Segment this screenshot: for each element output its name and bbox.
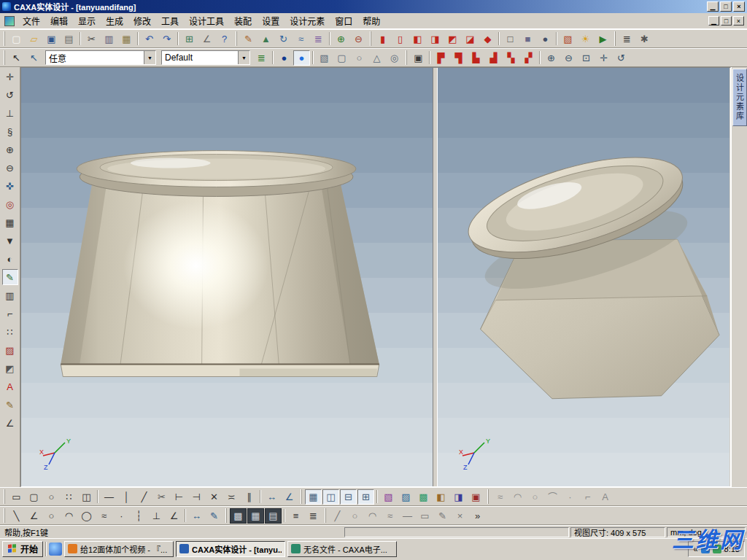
dim-linear-icon[interactable]: ↔: [263, 489, 280, 505]
angle-tool-icon[interactable]: ∠: [2, 415, 18, 431]
pan-tool-icon[interactable]: ✜: [2, 178, 18, 194]
taskbar-task[interactable]: 无名文件 - CAXA电子...: [287, 541, 397, 557]
viewport-close-icon[interactable]: ▣: [468, 489, 484, 505]
delete-red-icon[interactable]: ▨: [2, 342, 18, 358]
model-left-view[interactable]: [21, 68, 433, 486]
material-blue-icon[interactable]: ●: [293, 50, 310, 66]
new-file-icon[interactable]: ▢: [8, 31, 25, 47]
viewport-cfg-icon[interactable]: ◧: [433, 489, 449, 505]
light-icon[interactable]: ☀: [577, 31, 594, 47]
tray-collapse-icon[interactable]: «: [693, 545, 697, 553]
box-primitive-icon[interactable]: ▧: [316, 50, 333, 66]
line-angle-icon[interactable]: ╱: [136, 489, 152, 505]
toolbar-grip[interactable]: [4, 31, 5, 46]
display-shaded-icon[interactable]: ■: [519, 31, 536, 47]
sketch-circle-icon[interactable]: ○: [347, 508, 363, 524]
view-iso-icon[interactable]: ◆: [479, 31, 496, 47]
view-right-icon[interactable]: ◨: [427, 31, 444, 47]
toolbar-grip[interactable]: [406, 50, 407, 65]
palette-tool-icon[interactable]: ◩: [2, 360, 18, 376]
selection-filter-combo[interactable]: 任意 ▼: [45, 50, 156, 65]
copy-icon[interactable]: ▥: [101, 31, 117, 47]
point-2d-icon[interactable]: ·: [113, 508, 130, 524]
menu-item[interactable]: 修改: [128, 13, 156, 28]
corner2-tool-icon[interactable]: ⌐: [579, 489, 596, 505]
view-left-icon[interactable]: ◧: [409, 31, 426, 47]
render-bg-1-icon[interactable]: ▩: [230, 508, 247, 524]
toolbar-grip[interactable]: [225, 508, 227, 523]
material-icon[interactable]: ▧: [560, 31, 576, 47]
measure-icon[interactable]: ∠: [198, 31, 215, 47]
undo-icon[interactable]: ↶: [141, 31, 158, 47]
select-element-icon[interactable]: ↖: [26, 50, 42, 66]
toolbar-grip[interactable]: [325, 508, 326, 523]
spline-tool-icon[interactable]: ≈: [492, 489, 508, 505]
target-point-icon[interactable]: ◎: [2, 196, 18, 212]
view-layout-one-icon[interactable]: ▦: [305, 489, 322, 505]
chevron-down-icon[interactable]: ▼: [144, 51, 155, 64]
letter-tool-icon[interactable]: A: [597, 489, 614, 505]
save-icon[interactable]: ▣: [43, 31, 60, 47]
render-mode-icon[interactable]: ◐: [2, 251, 18, 267]
angle-constraint-icon[interactable]: ∠: [166, 508, 182, 524]
style-combo[interactable]: Default ▼: [161, 50, 250, 65]
loft-feature-icon[interactable]: ≣: [310, 31, 327, 47]
view-pane-left[interactable]: X Y Z: [21, 68, 433, 486]
print-icon[interactable]: ▤: [61, 31, 77, 47]
menu-item[interactable]: 装配: [229, 13, 257, 28]
design-element-tree-icon[interactable]: ≣: [253, 50, 270, 66]
cone-primitive-icon[interactable]: △: [368, 50, 385, 66]
move-tool-icon[interactable]: ✛: [2, 69, 18, 85]
view-pane-right[interactable]: X Y Z: [437, 68, 729, 486]
corner-tool-icon[interactable]: ⌐: [2, 306, 18, 322]
arc-2d-icon[interactable]: ◠: [61, 508, 77, 524]
taskbar-task[interactable]: CAXA实体设计 - [tanyu...: [176, 541, 285, 557]
menu-item[interactable]: 显示: [73, 13, 101, 28]
select-tool-icon[interactable]: ↖: [8, 50, 25, 66]
polyline-2d-icon[interactable]: ∠: [26, 508, 42, 524]
cut-icon[interactable]: ✂: [83, 31, 100, 47]
spring-tool-icon[interactable]: §: [2, 123, 18, 139]
view-corner-nw-icon[interactable]: ▛: [433, 50, 449, 66]
open-file-icon[interactable]: ▱: [26, 31, 42, 47]
toolbar-more-icon[interactable]: »: [469, 508, 486, 524]
menu-item[interactable]: 设置: [257, 13, 285, 28]
pan-view-icon[interactable]: ✛: [595, 50, 612, 66]
sketch-rect-icon[interactable]: ▭: [417, 508, 433, 524]
model-right-view[interactable]: [438, 68, 729, 486]
menu-item[interactable]: 设计元素: [285, 13, 330, 28]
pencil-tool-icon[interactable]: ✎: [2, 397, 18, 413]
sketch-edit-icon[interactable]: ✎: [434, 508, 451, 524]
view-corner-se-icon[interactable]: ▟: [485, 50, 502, 66]
toolbar-grip[interactable]: [487, 489, 489, 504]
tangent-tool-icon[interactable]: ⌒: [544, 489, 561, 505]
menu-item[interactable]: 设计工具: [184, 13, 229, 28]
zoom-out-tool-icon[interactable]: ⊖: [2, 160, 18, 176]
camera-tool-icon[interactable]: ▦: [2, 214, 18, 230]
taskbar-task[interactable]: 给12面体加个视频 - 『...: [64, 541, 174, 557]
toolbar-grip[interactable]: [236, 31, 237, 46]
sweep-feature-icon[interactable]: ≈: [293, 31, 309, 47]
menu-item[interactable]: 生成: [101, 13, 128, 28]
boolean-subtract-icon[interactable]: ⊖: [350, 31, 367, 47]
animation-icon[interactable]: ▶: [595, 31, 611, 47]
offset-icon[interactable]: ≍: [223, 489, 240, 505]
material-dark-blue-icon[interactable]: ●: [276, 50, 293, 66]
context-help-icon[interactable]: ?: [216, 31, 233, 47]
anchor-tool-icon[interactable]: ⊥: [2, 105, 18, 121]
spline-2d-icon[interactable]: ≈: [96, 508, 112, 524]
rect-sketch-icon[interactable]: ▭: [8, 489, 25, 505]
view-diag-2-icon[interactable]: ▞: [520, 50, 537, 66]
redo-icon[interactable]: ↷: [158, 31, 175, 47]
circle-sketch-icon[interactable]: ○: [43, 489, 60, 505]
toolbar-grip[interactable]: [301, 489, 302, 504]
view-layout-two-h-icon[interactable]: ⊟: [340, 489, 357, 505]
cylinder-primitive-icon[interactable]: ▢: [333, 50, 350, 66]
view-back-icon[interactable]: ▯: [392, 31, 409, 47]
view-layout-quad-icon[interactable]: ⊞: [357, 489, 374, 505]
arc-tool-icon[interactable]: ◠: [509, 489, 526, 505]
design-library-tab[interactable]: 设计元素库: [732, 69, 747, 126]
settings-icon[interactable]: ✱: [636, 31, 653, 47]
menu-item[interactable]: 文件: [18, 13, 45, 28]
mdi-close-button[interactable]: ×: [733, 16, 744, 26]
